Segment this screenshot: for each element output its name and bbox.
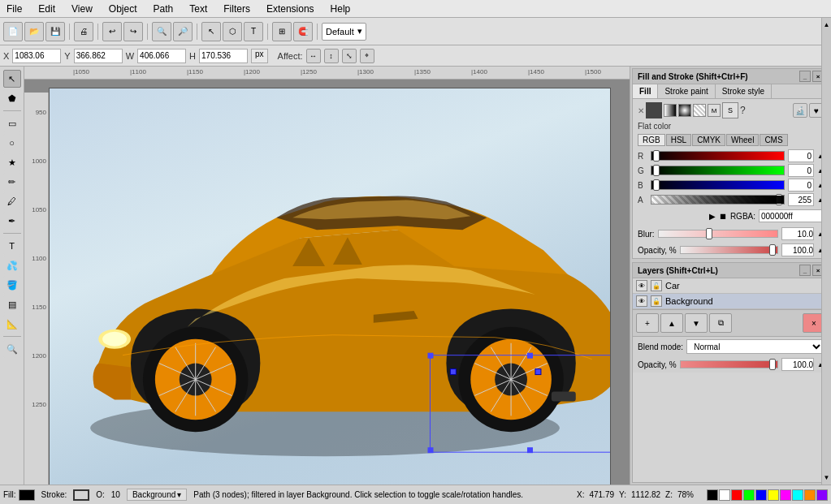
layer-dup-btn[interactable]: ⧉ (709, 313, 732, 333)
zoom-tool-btn[interactable]: 🔍 (3, 340, 21, 358)
blur-thumb[interactable] (706, 228, 712, 239)
fill-stroke-minimize-btn[interactable]: _ (799, 71, 811, 82)
star-tool-btn[interactable]: ★ (3, 153, 21, 171)
pattern-btn[interactable] (693, 104, 706, 117)
no-paint-icon[interactable]: ✕ (638, 106, 644, 115)
menu-view[interactable]: View (68, 2, 96, 16)
node-tool[interactable]: ⬡ (223, 22, 242, 41)
snap-button[interactable]: 🧲 (293, 22, 313, 41)
tab-hsl[interactable]: HSL (666, 134, 691, 146)
layer-indicator[interactable]: Background ▾ (127, 489, 187, 501)
mesh-grad-btn[interactable]: M (708, 104, 721, 117)
palette-cyan[interactable] (792, 489, 803, 501)
menu-extensions[interactable]: Extensions (263, 2, 318, 16)
palette-red[interactable] (731, 489, 742, 501)
b-slider[interactable] (651, 180, 785, 190)
a-thumb[interactable] (776, 194, 782, 205)
print-button[interactable]: 🖨 (74, 22, 93, 41)
rect-tool-btn[interactable]: ▭ (3, 114, 21, 132)
g-slider[interactable] (651, 166, 785, 175)
stroke-swatch[interactable] (73, 489, 89, 501)
canvas-area[interactable]: |1050 |1100 |1150 |1200 |1250 |1300 |135… (24, 67, 630, 485)
menu-edit[interactable]: Edit (35, 2, 58, 16)
layer-raise-btn[interactable]: ▲ (660, 313, 683, 333)
fill-opacity-slider[interactable] (680, 246, 778, 254)
paint-bucket-btn[interactable]: 🪣 (3, 276, 21, 294)
layer-row-car[interactable]: 👁 🔓 Car (633, 278, 829, 294)
zoom-in-button[interactable]: 🔍 (152, 22, 171, 41)
align-button[interactable]: ⊞ (272, 22, 292, 41)
measure-tool-btn[interactable]: 📐 (3, 315, 21, 333)
swatch-btn[interactable]: S (722, 102, 738, 118)
scroll-down-btn[interactable]: ▼ (824, 474, 830, 481)
new-button[interactable]: 📄 (3, 22, 23, 41)
bezier-tool-btn[interactable]: 🖊 (3, 192, 21, 210)
palette-white[interactable] (719, 489, 730, 501)
play-btn[interactable]: ▶ (709, 212, 716, 221)
save-button[interactable]: 💾 (45, 22, 65, 41)
layer-row-background[interactable]: 👁 🔓 Background (633, 294, 829, 309)
layer-lock-background[interactable]: 🔓 (651, 295, 662, 307)
unknown-btn[interactable]: ? (740, 105, 746, 116)
layer-eye-car[interactable]: 👁 (636, 280, 647, 291)
gradient-tool-btn[interactable]: ▤ (3, 295, 21, 313)
layer-lock-car[interactable]: 🔓 (651, 280, 662, 291)
layer-opacity-input[interactable] (781, 358, 814, 371)
r-thumb[interactable] (653, 150, 660, 162)
affect-btn1[interactable]: ↔ (306, 49, 321, 63)
fill-opacity-input[interactable] (781, 243, 814, 256)
palette-green[interactable] (743, 489, 755, 501)
right-scrollbar[interactable]: ▲ ▼ (821, 67, 831, 485)
palette-magenta[interactable] (780, 489, 791, 501)
tab-stroke-style[interactable]: Stroke style (716, 84, 772, 98)
palette-orange[interactable] (804, 489, 816, 501)
affect-btn4[interactable]: ⌖ (360, 49, 374, 63)
eyedropper-btn[interactable]: 🔬 (793, 103, 807, 118)
path-tool-btn[interactable]: ✏ (3, 173, 21, 191)
layer-opacity-thumb[interactable] (769, 359, 776, 370)
palette-black[interactable] (707, 489, 718, 501)
menu-path[interactable]: Path (150, 2, 177, 16)
blur-slider[interactable] (658, 230, 779, 238)
node-edit-btn[interactable]: ⬟ (3, 89, 21, 107)
fill-swatch[interactable] (19, 489, 35, 501)
a-input[interactable] (788, 193, 814, 206)
h-coord-input[interactable] (199, 49, 248, 63)
layer-lower-btn[interactable]: ▼ (685, 313, 708, 333)
canvas-content[interactable]: 950 1000 1050 1100 1150 1200 1250 (24, 80, 630, 485)
tab-cms[interactable]: CMS (760, 134, 787, 146)
layers-minimize-btn[interactable]: _ (799, 265, 811, 276)
affect-btn3[interactable]: ⤡ (342, 49, 357, 63)
select-tool[interactable]: ↖ (201, 22, 221, 41)
menu-object[interactable]: Object (106, 2, 141, 16)
layer-eye-background[interactable]: 👁 (636, 295, 647, 307)
blend-dropdown[interactable]: Normal Multiply Screen (686, 339, 824, 354)
text-tool[interactable]: T (244, 22, 263, 41)
linear-grad-btn[interactable] (664, 104, 677, 117)
affect-btn2[interactable]: ↕ (324, 49, 339, 63)
b-input[interactable] (788, 179, 814, 192)
menu-file[interactable]: File (3, 2, 25, 16)
default-dropdown[interactable]: Default ▾ (322, 23, 366, 41)
palette-blue[interactable] (755, 489, 767, 501)
radial-grad-btn[interactable] (678, 104, 691, 117)
text-tool-btn[interactable]: T (3, 237, 21, 255)
callig-tool-btn[interactable]: ✒ (3, 212, 21, 230)
tab-cmyk[interactable]: CMYK (692, 134, 725, 146)
menu-text[interactable]: Text (186, 2, 210, 16)
y-coord-input[interactable] (74, 49, 123, 63)
b-thumb[interactable] (653, 179, 660, 191)
select-tool-btn[interactable]: ↖ (3, 70, 21, 88)
undo-button[interactable]: ↩ (102, 22, 122, 41)
unit-dropdown[interactable]: px (251, 49, 268, 63)
stop-btn[interactable]: ⏹ (719, 212, 727, 221)
r-slider[interactable] (651, 151, 785, 161)
opacity-thumb[interactable] (769, 244, 776, 256)
tab-rgb[interactable]: RGB (638, 134, 665, 146)
r-input[interactable] (788, 149, 814, 162)
ellipse-tool-btn[interactable]: ○ (3, 134, 21, 152)
x-coord-input[interactable] (12, 49, 61, 63)
palette-purple[interactable] (816, 489, 828, 501)
menu-help[interactable]: Help (327, 2, 354, 16)
rgba-input[interactable] (759, 209, 824, 222)
